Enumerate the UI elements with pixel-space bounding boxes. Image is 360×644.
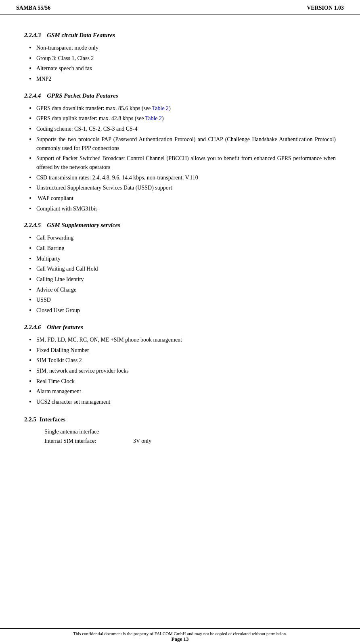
list-item: USSD bbox=[24, 296, 336, 304]
list-item: Calling Line Identity bbox=[24, 275, 336, 284]
list-item: MNP2 bbox=[24, 75, 336, 83]
interface-value-antenna bbox=[133, 427, 336, 437]
list-item: Advice of Charge bbox=[24, 286, 336, 294]
section-225-title: Interfaces bbox=[40, 416, 65, 423]
section-2243-list: Non-transparent mode only Group 3: Class… bbox=[24, 44, 336, 83]
list-item: CSD transmission rates: 2.4, 4.8, 9.6, 1… bbox=[24, 173, 336, 182]
table2-link-2[interactable]: Table 2 bbox=[145, 115, 162, 121]
section-2246-list: SM, FD, LD, MC, RC, ON, ME +SIM phone bo… bbox=[24, 336, 336, 406]
table2-link-1[interactable]: Table 2 bbox=[152, 105, 169, 111]
interface-label-antenna: Single antenna interface bbox=[44, 427, 133, 437]
list-item: Alarm management bbox=[24, 387, 336, 396]
page-header: SAMBA 55/56 VERSION 1.03 bbox=[0, 0, 360, 15]
list-item: GPRS data downlink transfer: max. 85.6 k… bbox=[24, 104, 336, 113]
list-item: Call Waiting and Call Hold bbox=[24, 265, 336, 273]
list-item: Call Barring bbox=[24, 244, 336, 253]
section-2246-heading: 2.2.4.6 Other features bbox=[24, 324, 336, 331]
footer-disclaimer: This confidential document is the proper… bbox=[8, 631, 352, 636]
interface-row-sim: Internal SIM interface: 3V only bbox=[44, 436, 336, 446]
section-2243-title: GSM circuit Data Features bbox=[47, 32, 115, 38]
list-item: Compliant with SMG31bis bbox=[24, 204, 336, 213]
footer-page-number: Page 13 bbox=[8, 636, 352, 642]
section-2245-list: Call Forwarding Call Barring Multiparty … bbox=[24, 233, 336, 315]
list-item: WAP compliant bbox=[24, 194, 336, 203]
list-item: Call Forwarding bbox=[24, 233, 336, 242]
list-item: Group 3: Class 1, Class 2 bbox=[24, 54, 336, 63]
section-2246-title: Other features bbox=[47, 324, 83, 330]
interface-value-sim: 3V only bbox=[133, 436, 336, 446]
page-footer: This confidential document is the proper… bbox=[0, 628, 360, 644]
list-item: Support of Packet Switched Broadcast Con… bbox=[24, 154, 336, 171]
list-item: SIM, network and service provider locks bbox=[24, 367, 336, 375]
section-2244-title: GPRS Packet Data Features bbox=[47, 92, 118, 99]
section-2245-title: GSM Supplementary services bbox=[47, 222, 120, 228]
list-item: Unstructured Supplementary Services Data… bbox=[24, 183, 336, 192]
list-item: GPRS data uplink transfer: max. 42.8 kbp… bbox=[24, 114, 336, 123]
list-item: Non-transparent mode only bbox=[24, 44, 336, 52]
list-item: Alternate speech and fax bbox=[24, 64, 336, 73]
list-item: Fixed Dialling Number bbox=[24, 346, 336, 355]
section-2244-num: 2.2.4.4 bbox=[24, 92, 41, 99]
section-2244-heading: 2.2.4.4 GPRS Packet Data Features bbox=[24, 92, 336, 99]
section-2244-list: GPRS data downlink transfer: max. 85.6 k… bbox=[24, 104, 336, 213]
list-item: SIM Toolkit Class 2 bbox=[24, 356, 336, 365]
list-item: Real Time Clock bbox=[24, 377, 336, 386]
list-item: UCS2 character set management bbox=[24, 398, 336, 406]
list-item: Closed User Group bbox=[24, 306, 336, 315]
page-content: 2.2.4.3 GSM circuit Data Features Non-tr… bbox=[0, 15, 360, 478]
list-item: Supports the two protocols PAP (Password… bbox=[24, 135, 336, 152]
interface-label-sim: Internal SIM interface: bbox=[44, 436, 133, 446]
header-product: SAMBA 55/56 bbox=[16, 5, 50, 11]
list-item: SM, FD, LD, MC, RC, ON, ME +SIM phone bo… bbox=[24, 336, 336, 344]
list-item: Multiparty bbox=[24, 254, 336, 263]
interfaces-body: Single antenna interface Internal SIM in… bbox=[24, 427, 336, 446]
section-225-heading: 2.2.5 Interfaces bbox=[24, 416, 336, 423]
section-2246-num: 2.2.4.6 bbox=[24, 324, 41, 330]
section-2245-num: 2.2.4.5 bbox=[24, 222, 41, 228]
section-2245-heading: 2.2.4.5 GSM Supplementary services bbox=[24, 222, 336, 229]
section-225: 2.2.5 Interfaces Single antenna interfac… bbox=[24, 416, 336, 446]
section-2243-num: 2.2.4.3 bbox=[24, 32, 41, 38]
header-version: VERSION 1.03 bbox=[307, 5, 344, 11]
section-2243-heading: 2.2.4.3 GSM circuit Data Features bbox=[24, 32, 336, 39]
list-item: Coding scheme: CS-1, CS-2, CS-3 and CS-4 bbox=[24, 125, 336, 133]
section-225-num: 2.2.5 bbox=[24, 416, 36, 423]
page: SAMBA 55/56 VERSION 1.03 2.2.4.3 GSM cir… bbox=[0, 0, 360, 644]
interface-row-antenna: Single antenna interface bbox=[44, 427, 336, 437]
